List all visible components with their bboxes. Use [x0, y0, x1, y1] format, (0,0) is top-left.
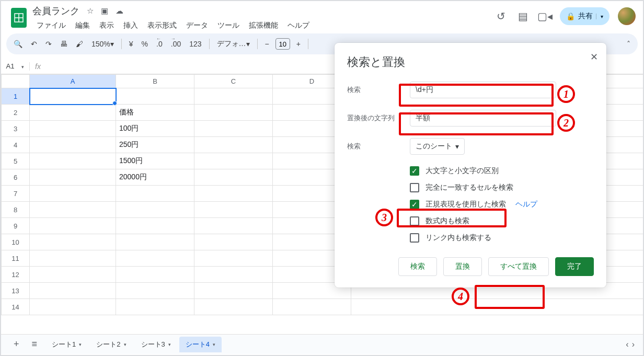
cell[interactable]: 20000円: [116, 169, 194, 186]
replace-all-button[interactable]: すべて置換: [488, 257, 549, 276]
row-header[interactable]: 14: [2, 299, 30, 315]
name-box[interactable]: A1: [1, 62, 29, 70]
share-button[interactable]: 🔒 共有 ▾: [560, 7, 610, 25]
history-icon[interactable]: ↺: [494, 9, 508, 23]
replace-button[interactable]: 置換: [443, 257, 482, 276]
regex-help-link[interactable]: ヘルプ: [515, 200, 537, 209]
menu-tools[interactable]: ツール: [213, 20, 244, 31]
cell[interactable]: [194, 88, 273, 105]
font-size-increase[interactable]: +: [294, 39, 303, 49]
meet-icon[interactable]: ▢◂: [538, 9, 551, 23]
currency-button[interactable]: ¥: [127, 39, 135, 49]
row-header[interactable]: 5: [2, 153, 30, 169]
cell[interactable]: [194, 105, 273, 121]
avatar[interactable]: [618, 7, 636, 25]
cell[interactable]: [30, 137, 116, 153]
menu-insert[interactable]: 挿入: [119, 20, 142, 31]
sheet-tab[interactable]: シート2▾: [90, 337, 132, 352]
scope-select[interactable]: このシート ▾: [410, 138, 465, 155]
cell[interactable]: [116, 186, 194, 202]
check-links[interactable]: リンク内も検索する: [347, 233, 594, 243]
corner-cell[interactable]: [2, 75, 30, 88]
cell[interactable]: [273, 299, 351, 315]
row-header[interactable]: 13: [2, 283, 30, 299]
cell[interactable]: [116, 88, 194, 105]
cell[interactable]: [194, 250, 273, 267]
cell[interactable]: [30, 169, 116, 186]
sheet-tab[interactable]: シート1▾: [45, 337, 88, 352]
sheet-tab[interactable]: シート4▾: [179, 337, 222, 352]
row-header[interactable]: 4: [2, 137, 30, 153]
check-entire-cell[interactable]: 完全に一致するセルを検索: [347, 183, 594, 192]
menu-help[interactable]: ヘルプ: [283, 20, 314, 31]
row-header[interactable]: 2: [2, 105, 30, 121]
undo-icon[interactable]: ↶: [29, 39, 39, 49]
print-icon[interactable]: 🖶: [58, 39, 70, 49]
cell[interactable]: [30, 299, 116, 315]
cell[interactable]: [30, 283, 116, 299]
cell[interactable]: [116, 267, 194, 283]
cell[interactable]: [194, 267, 273, 283]
cell[interactable]: [30, 121, 116, 137]
star-icon[interactable]: ☆: [87, 6, 94, 16]
sheet-tab[interactable]: シート3▾: [135, 337, 177, 352]
cell[interactable]: [116, 299, 194, 315]
more-formats-button[interactable]: 123: [187, 39, 203, 49]
cell[interactable]: 250円: [116, 137, 194, 153]
cell[interactable]: [194, 186, 273, 202]
row-header[interactable]: 9: [2, 218, 30, 234]
font-size-decrease[interactable]: −: [263, 39, 271, 49]
redo-icon[interactable]: ↷: [43, 39, 54, 49]
cell[interactable]: [116, 250, 194, 267]
cell[interactable]: [30, 234, 116, 250]
col-header-b[interactable]: B: [116, 75, 194, 88]
cell[interactable]: [194, 169, 273, 186]
font-size-input[interactable]: 10: [275, 38, 290, 50]
add-sheet-button[interactable]: +: [9, 339, 24, 350]
cell[interactable]: [30, 153, 116, 169]
cell[interactable]: [194, 283, 273, 299]
cell[interactable]: [194, 218, 273, 234]
cell[interactable]: [116, 202, 194, 218]
menu-data[interactable]: データ: [182, 20, 212, 31]
search-icon[interactable]: 🔍: [12, 39, 25, 49]
cloud-icon[interactable]: ☁: [116, 6, 123, 16]
fx-icon[interactable]: fx: [29, 62, 46, 71]
cell[interactable]: [30, 88, 116, 105]
cell[interactable]: [194, 153, 273, 169]
menu-view[interactable]: 表示: [95, 20, 118, 31]
sheet-nav-right[interactable]: ›: [632, 340, 635, 349]
move-icon[interactable]: ▣: [101, 6, 108, 16]
cell[interactable]: [116, 283, 194, 299]
collapse-toolbar-icon[interactable]: ˄: [625, 39, 632, 49]
cell[interactable]: [194, 202, 273, 218]
close-icon[interactable]: ✕: [590, 51, 598, 63]
sheet-nav-left[interactable]: ‹: [626, 340, 628, 349]
all-sheets-button[interactable]: ≡: [28, 339, 42, 350]
cell[interactable]: [30, 105, 116, 121]
cell[interactable]: [116, 234, 194, 250]
row-header[interactable]: 10: [2, 234, 30, 250]
comments-icon[interactable]: ▤: [516, 9, 530, 23]
row-header[interactable]: 8: [2, 202, 30, 218]
font-select[interactable]: デフォ… ▾: [215, 39, 252, 49]
row-header[interactable]: 6: [2, 169, 30, 186]
col-header-c[interactable]: C: [194, 75, 273, 88]
cell[interactable]: [30, 186, 116, 202]
cell[interactable]: [194, 137, 273, 153]
cell[interactable]: 100円: [116, 121, 194, 137]
menu-file[interactable]: ファイル: [32, 20, 70, 31]
zoom-select[interactable]: 150% ▾: [89, 40, 116, 48]
menu-format[interactable]: 表示形式: [143, 20, 181, 31]
cell[interactable]: [116, 218, 194, 234]
row-header[interactable]: 11: [2, 250, 30, 267]
document-title[interactable]: 会員ランク: [32, 5, 79, 17]
cell[interactable]: [30, 250, 116, 267]
percent-button[interactable]: %: [140, 39, 150, 49]
replace-input[interactable]: [410, 110, 556, 127]
decrease-decimal-button[interactable]: .0←: [154, 39, 165, 49]
sheets-logo[interactable]: [8, 4, 29, 31]
cell[interactable]: [194, 234, 273, 250]
cell[interactable]: [194, 299, 273, 315]
done-button[interactable]: 完了: [555, 257, 594, 276]
